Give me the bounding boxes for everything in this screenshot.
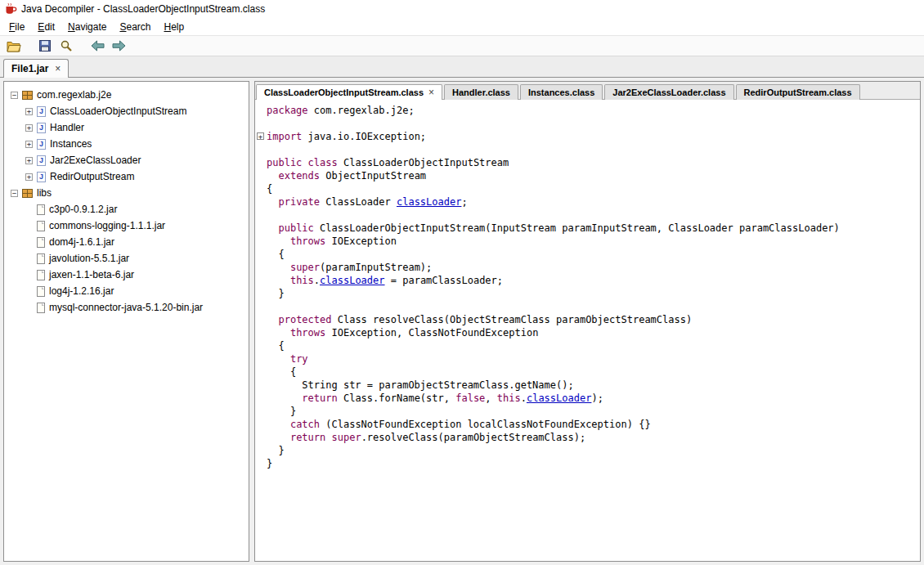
code-line: throws IOException, ClassNotFoundExcepti… [255, 326, 920, 339]
code-line: public class ClassLoaderObjectInputStrea… [255, 156, 920, 169]
tree-item-label: Jar2ExeClassLoader [50, 155, 141, 166]
expand-toggle-icon[interactable]: + [25, 141, 33, 148]
code-line: return Class.forName(str, false, this.cl… [255, 392, 920, 405]
menu-item-search[interactable]: Search [113, 19, 157, 35]
tree-item-com-regexlab-j2e[interactable]: −com.regexlab.j2e [4, 87, 249, 103]
fold-gutter [255, 418, 267, 431]
menu-item-help[interactable]: Help [157, 19, 191, 35]
jar-icon [37, 286, 45, 297]
editor-tab-instances-class[interactable]: Instances.class [520, 84, 603, 100]
code-line: } [255, 405, 920, 418]
tree-item-classloaderobjectinputstream[interactable]: +JClassLoaderObjectInputStream [4, 103, 249, 119]
tree-item-label: libs [37, 187, 52, 199]
class-icon: J [37, 123, 46, 133]
tree-item-libs[interactable]: −libs [4, 185, 249, 201]
fold-gutter [255, 352, 267, 365]
close-tab-icon[interactable]: × [428, 89, 434, 96]
code-line: +import java.io.IOException; [255, 130, 920, 143]
code-text: import java.io.IOException; [267, 130, 426, 143]
tree-item-dom4j-1-6-1-jar[interactable]: dom4j-1.6.1.jar [4, 234, 249, 250]
code-line: String str = paramObjectStreamClass.getN… [255, 379, 920, 392]
expand-toggle-icon[interactable]: + [25, 173, 33, 181]
code-text: } [267, 457, 272, 470]
code-line: } [255, 287, 920, 300]
jar-tab[interactable]: File1.jar × [3, 59, 69, 78]
tree-item-label: commons-logging-1.1.1.jar [49, 220, 165, 231]
fold-gutter [255, 182, 267, 195]
code-text [267, 117, 272, 130]
field-link[interactable]: classLoader [527, 392, 591, 404]
code-text: this.classLoader = paramClassLoader; [267, 274, 503, 287]
code-text: public class ClassLoaderObjectInputStrea… [267, 156, 509, 169]
code-line: super(paramInputStream); [255, 261, 920, 274]
fold-gutter [255, 313, 267, 326]
back-button[interactable] [87, 37, 107, 55]
app-window: Java Decompiler - ClassLoaderObjectInput… [0, 0, 924, 565]
tree-item-mysql-connector-java-5-1-20-bin-jar[interactable]: mysql-connector-java-5.1.20-bin.jar [4, 299, 249, 316]
tree-item-instances[interactable]: +JInstances [4, 136, 249, 152]
collapse-toggle-icon[interactable]: − [11, 92, 18, 99]
tree-item-commons-logging-1-1-1-jar[interactable]: commons-logging-1.1.1.jar [4, 217, 249, 234]
code-text: } [267, 444, 285, 457]
tree-item-handler[interactable]: +JHandler [4, 119, 249, 136]
search-button[interactable] [56, 37, 76, 55]
editor-tab-bar: ClassLoaderObjectInputStream.class×Handl… [255, 82, 920, 100]
editor-tab-label: RedirOutputStream.class [744, 87, 852, 97]
tree-item-label: com.regexlab.j2e [37, 89, 111, 101]
code-line: this.classLoader = paramClassLoader; [255, 274, 920, 287]
class-icon: J [37, 106, 46, 117]
class-icon: J [37, 155, 46, 166]
tree-panel[interactable]: −com.regexlab.j2e+JClassLoaderObjectInpu… [3, 81, 249, 562]
tree-item-jaxen-1-1-beta-6-jar[interactable]: jaxen-1.1-beta-6.jar [4, 267, 249, 283]
fold-gutter [255, 365, 267, 379]
fold-gutter [255, 222, 267, 235]
field-link[interactable]: classLoader [320, 275, 384, 286]
code-line: } [255, 444, 920, 457]
expand-toggle-icon[interactable]: + [25, 157, 33, 164]
jar-tab-row: File1.jar × [0, 56, 924, 77]
menu-item-edit[interactable]: Edit [31, 19, 61, 35]
code-text: throws IOException, ClassNotFoundExcepti… [267, 326, 538, 339]
code-line: public ClassLoaderObjectInputStream(Inpu… [255, 222, 920, 235]
code-line [255, 300, 920, 313]
open-folder-icon [7, 40, 21, 52]
tree-item-rediroutputstream[interactable]: +JRedirOutputStream [4, 168, 249, 185]
menu-item-navigate[interactable]: Navigate [61, 19, 113, 35]
fold-gutter [255, 261, 267, 274]
collapse-toggle-icon[interactable]: − [11, 190, 18, 197]
field-link[interactable]: classLoader [397, 196, 461, 208]
editor-tab-handler-class[interactable]: Handler.class [444, 84, 518, 100]
open-file-button[interactable] [4, 37, 24, 55]
editor-tab-label: Jar2ExeClassLoader.class [612, 87, 725, 97]
code-text: return super.resolveClass(paramObjectStr… [267, 431, 585, 444]
tree-item-c3p0-0-9-1-2-jar[interactable]: c3p0-0.9.1.2.jar [4, 201, 249, 217]
code-text: } [267, 287, 285, 300]
code-area[interactable]: package com.regexlab.j2e; +import java.i… [255, 100, 920, 561]
save-all-sources-button[interactable] [35, 37, 55, 55]
fold-expand-icon[interactable]: + [257, 132, 264, 140]
fold-gutter [255, 248, 267, 261]
fold-gutter [255, 379, 267, 392]
code-text: return Class.forName(str, false, this.cl… [267, 392, 603, 405]
editor-tab-rediroutputstream-class[interactable]: RedirOutputStream.class [736, 84, 860, 100]
expand-toggle-icon[interactable]: + [25, 124, 33, 132]
code-line: protected Class resolveClass(ObjectStrea… [255, 313, 920, 326]
tree-item-jar2execlassloader[interactable]: +JJar2ExeClassLoader [4, 152, 249, 168]
main-panel: −com.regexlab.j2e+JClassLoaderObjectInpu… [0, 77, 924, 565]
expand-toggle-icon[interactable]: + [25, 108, 33, 115]
editor-tab-classloaderobjectinputstream-class[interactable]: ClassLoaderObjectInputStream.class× [256, 84, 442, 100]
editor-tab-label: Handler.class [452, 87, 510, 97]
editor-tab-jar2execlassloader-class[interactable]: Jar2ExeClassLoader.class [604, 84, 733, 100]
forward-button[interactable] [109, 37, 128, 55]
tree-item-log4j-1-2-16-jar[interactable]: log4j-1.2.16.jar [4, 283, 249, 299]
tree-item-label: c3p0-0.9.1.2.jar [49, 204, 117, 215]
code-line: { [255, 339, 920, 352]
forward-arrow-icon [112, 40, 126, 52]
tree-item-label: log4j-1.2.16.jar [49, 285, 114, 297]
menu-item-file[interactable]: File [2, 19, 31, 35]
code-line [255, 143, 920, 156]
save-all-icon [38, 39, 52, 52]
class-icon: J [37, 172, 46, 182]
tree-item-javolution-5-5-1-jar[interactable]: javolution-5.5.1.jar [4, 250, 249, 267]
close-jar-tab-icon[interactable]: × [55, 65, 61, 73]
